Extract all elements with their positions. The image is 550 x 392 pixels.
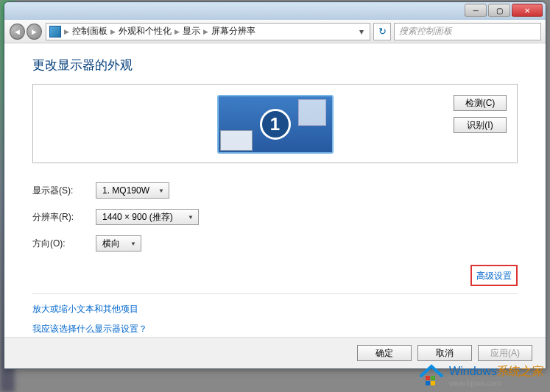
monitor-thumbnail[interactable]: 1 — [217, 95, 334, 154]
resolution-label: 分辨率(R): — [32, 211, 96, 224]
minimize-button[interactable]: ─ — [465, 4, 487, 17]
address-bar[interactable]: ▶ 控制面板 ▶ 外观和个性化 ▶ 显示 ▶ 屏幕分辨率 ▾ — [46, 23, 370, 40]
svg-rect-1 — [431, 376, 435, 380]
crumb-display[interactable]: 显示 — [183, 25, 200, 38]
cancel-button[interactable]: 取消 — [417, 345, 472, 361]
chevron-right-icon: ▶ — [174, 28, 180, 35]
chevron-right-icon: ▶ — [64, 28, 69, 35]
orientation-value: 横向 — [102, 238, 120, 250]
orientation-dropdown[interactable]: 横向 — [96, 235, 141, 252]
content-area: 更改显示器的外观 1 检测(C) 识别(I) 显示器(S): 1. MQ190W… — [4, 43, 546, 368]
svg-rect-2 — [426, 381, 430, 385]
advanced-settings-highlight: 高级设置 — [470, 265, 518, 286]
watermark: Windows系统之家 www.bjjmlv.com — [418, 363, 544, 389]
apply-button[interactable]: 应用(A) — [478, 345, 532, 361]
chevron-right-icon: ▶ — [110, 28, 116, 35]
display-icon — [49, 26, 61, 38]
crumb-appearance[interactable]: 外观和个性化 — [119, 25, 172, 38]
page-heading: 更改显示器的外观 — [32, 57, 518, 74]
display-label: 显示器(S): — [32, 185, 96, 197]
close-button[interactable]: ✕ — [512, 4, 543, 17]
maximize-button[interactable]: ▢ — [488, 4, 510, 17]
orientation-label: 方向(O): — [32, 238, 96, 250]
svg-rect-0 — [426, 376, 430, 380]
identify-button[interactable]: 识别(I) — [454, 117, 507, 133]
refresh-button[interactable]: ↻ — [373, 23, 391, 40]
house-icon — [418, 363, 445, 389]
advanced-settings-link[interactable]: 高级设置 — [476, 271, 512, 281]
watermark-url: www.bjjmlv.com — [449, 379, 544, 388]
titlebar: ─ ▢ ✕ — [4, 2, 546, 20]
nav-back-forward: ◄ ► — [9, 22, 43, 41]
divider — [32, 293, 518, 294]
display-help-link[interactable]: 我应该选择什么显示器设置？ — [32, 323, 518, 335]
monitor-number-badge: 1 — [260, 109, 291, 140]
crumb-resolution[interactable]: 屏幕分辨率 — [211, 25, 255, 38]
crumb-control-panel[interactable]: 控制面板 — [72, 25, 107, 38]
monitor-preview-area: 1 检测(C) 识别(I) — [32, 84, 518, 163]
display-dropdown[interactable]: 1. MQ190W — [96, 182, 169, 199]
control-panel-window: ─ ▢ ✕ ◄ ► ▶ 控制面板 ▶ 外观和个性化 ▶ 显示 ▶ 屏幕分辨率 ▾… — [4, 1, 546, 369]
display-value: 1. MQ190W — [102, 185, 149, 196]
resolution-dropdown[interactable]: 1440 × 900 (推荐) — [96, 209, 199, 225]
text-size-link[interactable]: 放大或缩小文本和其他项目 — [32, 303, 518, 316]
preview-window — [298, 99, 326, 126]
resolution-value: 1440 × 900 (推荐) — [102, 211, 173, 224]
chevron-right-icon: ▶ — [203, 28, 208, 35]
svg-rect-3 — [431, 381, 435, 385]
address-dropdown-icon[interactable]: ▾ — [356, 26, 367, 37]
navbar: ◄ ► ▶ 控制面板 ▶ 外观和个性化 ▶ 显示 ▶ 屏幕分辨率 ▾ ↻ 搜索控… — [4, 20, 546, 43]
watermark-title: Windows系统之家 — [449, 364, 544, 379]
preview-taskbar — [220, 130, 253, 151]
detect-button[interactable]: 检测(C) — [454, 95, 507, 111]
search-input[interactable]: 搜索控制面板 — [394, 23, 541, 40]
ok-button[interactable]: 确定 — [357, 345, 412, 361]
forward-button[interactable]: ► — [27, 24, 42, 40]
back-button[interactable]: ◄ — [10, 24, 25, 40]
